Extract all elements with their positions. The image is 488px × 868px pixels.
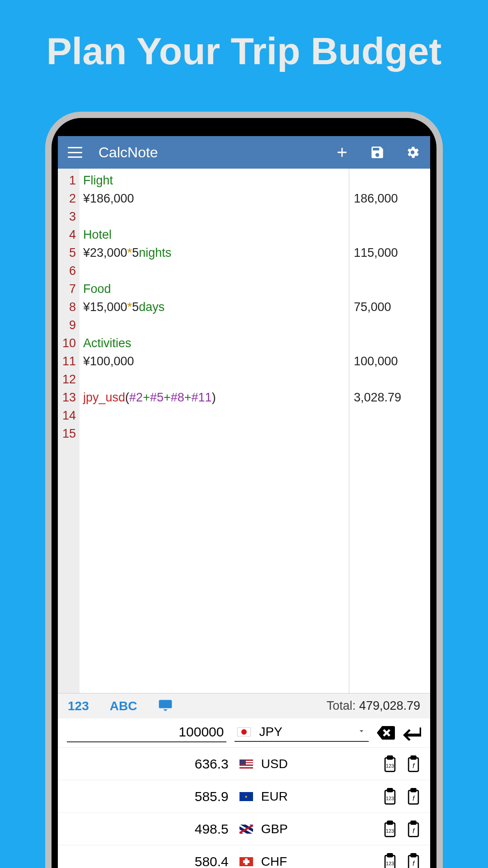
svg-text:f: f — [413, 762, 415, 769]
promo-title: Plan Your Trip Budget — [0, 0, 488, 112]
svg-text:123: 123 — [386, 763, 394, 769]
svg-text:f: f — [413, 794, 415, 802]
code-column[interactable]: Flight¥186,000Hotel¥23,000 * 5 nightsFoo… — [80, 169, 349, 693]
currency-value: 636.3 — [67, 756, 231, 772]
enter-icon[interactable] — [403, 725, 421, 741]
numeric-tab[interactable]: 123 — [68, 699, 89, 713]
flag-ch-icon — [239, 857, 253, 866]
svg-text:f: f — [413, 859, 415, 867]
copy-function-icon[interactable]: f — [406, 755, 421, 773]
currency-label: EUR — [239, 789, 374, 804]
svg-rect-20 — [388, 854, 393, 857]
selected-currency-code: JPY — [259, 725, 282, 739]
currency-select[interactable]: JPY — [235, 724, 369, 742]
currency-label: CHF — [239, 854, 374, 868]
save-icon[interactable] — [370, 145, 385, 160]
app-title: CalcNote — [99, 144, 322, 161]
copy-number-icon[interactable]: 123 — [382, 788, 398, 805]
svg-rect-8 — [388, 788, 393, 792]
currency-value: 580.4 — [67, 854, 231, 868]
svg-rect-11 — [411, 788, 416, 792]
flag-gb-icon — [239, 825, 253, 834]
copy-number-icon[interactable]: 123 — [382, 821, 398, 838]
add-icon[interactable] — [334, 145, 350, 160]
svg-text:123: 123 — [386, 796, 394, 801]
svg-text:123: 123 — [386, 861, 394, 866]
settings-icon[interactable] — [405, 145, 420, 160]
svg-text:123: 123 — [386, 828, 394, 834]
currency-row: 636.3 USD 123 f — [58, 747, 430, 780]
svg-rect-17 — [411, 821, 416, 824]
currency-value: 498.5 — [67, 821, 231, 837]
svg-rect-14 — [388, 821, 393, 824]
currency-amount-input[interactable]: 100000 — [67, 723, 226, 742]
copy-function-icon[interactable]: f — [406, 853, 421, 868]
toolbar: 123 ABC Total: 479,028.79 — [58, 693, 430, 718]
copy-number-icon[interactable]: 123 — [382, 853, 398, 868]
copy-function-icon[interactable]: f — [406, 821, 421, 838]
chevron-down-icon — [357, 726, 366, 737]
svg-rect-5 — [411, 756, 416, 759]
total-display: Total: 479,028.79 — [327, 699, 420, 713]
flag-us-icon — [239, 760, 253, 769]
backspace-icon[interactable] — [377, 725, 395, 741]
flag-eu-icon — [239, 792, 253, 801]
currency-row: 498.5 GBP 123 f — [58, 812, 430, 845]
phone-frame: CalcNote 123456789101112131415 Flight¥1 — [45, 112, 443, 868]
currency-row: 585.9 EUR 123 f — [58, 780, 430, 812]
alpha-tab[interactable]: ABC — [110, 699, 137, 713]
result-column: 186,000115,00075,000100,0003,028.79 — [349, 169, 430, 693]
line-gutter: 123456789101112131415 — [58, 169, 80, 693]
keyboard-icon[interactable] — [158, 699, 173, 713]
svg-rect-0 — [159, 700, 172, 708]
currency-row: 580.4 CHF 123 f — [58, 845, 430, 868]
flag-jp-icon — [237, 727, 251, 736]
svg-text:f: f — [413, 827, 415, 835]
currency-value: 585.9 — [67, 789, 231, 804]
app-bar: CalcNote — [58, 136, 430, 169]
currency-panel: 100000 JPY 636.3 — [58, 718, 430, 868]
copy-function-icon[interactable]: f — [406, 788, 421, 805]
svg-rect-2 — [388, 756, 393, 759]
code-editor[interactable]: 123456789101112131415 Flight¥186,000Hote… — [58, 169, 430, 693]
svg-rect-23 — [411, 854, 416, 857]
menu-icon[interactable] — [68, 147, 82, 158]
copy-number-icon[interactable]: 123 — [382, 755, 398, 773]
currency-label: GBP — [239, 822, 374, 836]
currency-label: USD — [239, 757, 374, 771]
